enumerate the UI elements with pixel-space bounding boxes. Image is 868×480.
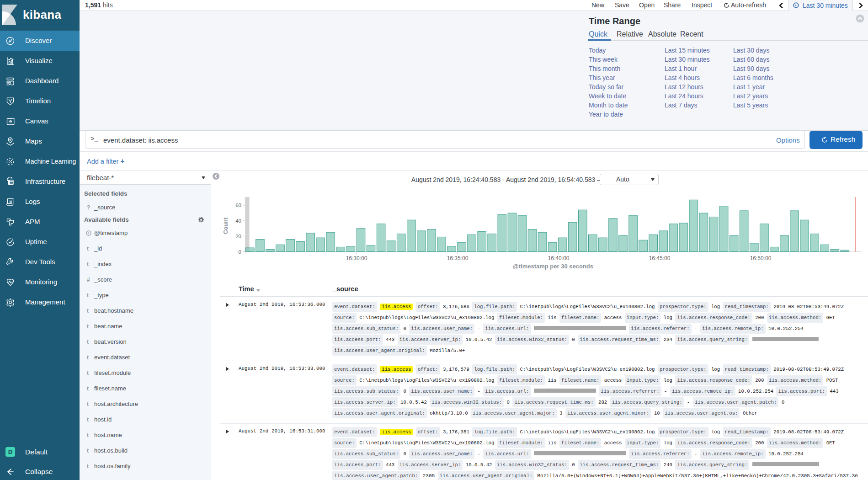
svg-text:20: 20 <box>235 234 241 239</box>
svg-text:16:40:00: 16:40:00 <box>548 255 570 261</box>
svg-text:40: 40 <box>235 218 241 224</box>
svg-text:16:35:00: 16:35:00 <box>447 255 469 261</box>
svg-text:60: 60 <box>235 203 241 208</box>
svg-text:@timestamp per 30 seconds: @timestamp per 30 seconds <box>513 263 593 270</box>
svg-text:Count: Count <box>223 217 229 234</box>
svg-text:0: 0 <box>239 249 241 255</box>
svg-text:16:45:00: 16:45:00 <box>649 255 671 261</box>
svg-text:16:30:00: 16:30:00 <box>346 255 367 261</box>
svg-text:16:50:00: 16:50:00 <box>750 255 772 261</box>
